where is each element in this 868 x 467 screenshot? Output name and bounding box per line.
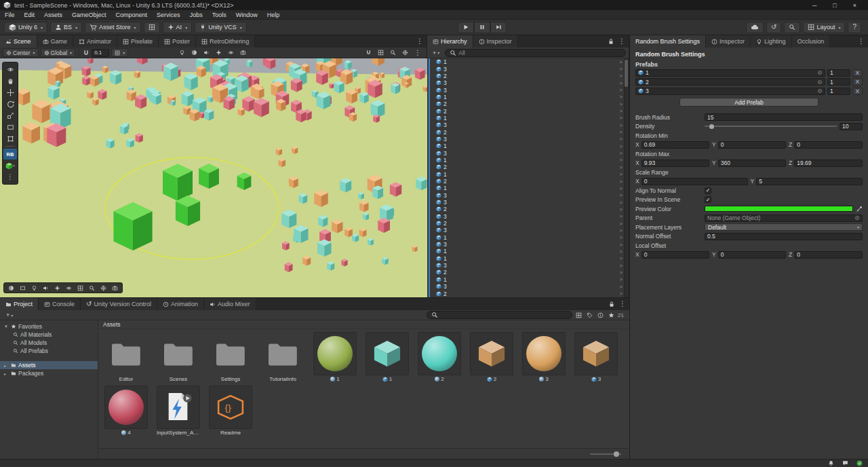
prefab-open-arrow[interactable]: > — [620, 150, 623, 156]
tab-inspector[interactable]: Inspector — [706, 35, 751, 48]
hierarchy-row[interactable]: 3> — [430, 149, 629, 156]
favorite-item-all-materials[interactable]: All Materials — [0, 331, 98, 339]
tool-handle-rotation-dropdown[interactable]: Global▾ — [41, 48, 76, 57]
object-picker-icon[interactable] — [817, 88, 823, 94]
prefab-open-arrow[interactable]: > — [620, 213, 623, 219]
thumbnail-size-handle[interactable] — [614, 451, 619, 457]
minimize-button[interactable]: ─ — [804, 2, 825, 9]
favorite-search-icon[interactable] — [608, 312, 614, 318]
scene-kebab-icon[interactable]: ⋮ — [416, 38, 423, 45]
camera-settings-icon[interactable] — [240, 50, 246, 56]
rotation-max-z-input[interactable]: 19.69 — [794, 160, 863, 167]
hierarchy-row[interactable]: 1> — [430, 171, 629, 178]
window-grid-button[interactable] — [144, 22, 160, 33]
scale-range-x-input[interactable]: 0 — [642, 178, 748, 185]
prefab-object-field[interactable]: 3 — [635, 88, 825, 95]
menu-services[interactable]: Services — [152, 12, 185, 18]
tab-occlusion[interactable]: Occlusion — [792, 35, 831, 48]
favorite-item-all-prefabs[interactable]: All Prefabs — [0, 347, 98, 355]
hierarchy-row[interactable]: 3> — [430, 136, 629, 143]
prefab-object-field[interactable]: 2 — [635, 78, 825, 86]
hierarchy-row[interactable]: 1> — [430, 58, 629, 65]
scene-more-icon[interactable]: ⋮ — [414, 50, 421, 56]
hierarchy-row[interactable]: 3> — [430, 227, 629, 234]
project-search-field[interactable] — [427, 311, 572, 319]
gizmos-toggle-icon[interactable] — [100, 285, 106, 291]
skybox-toggle-icon[interactable] — [191, 50, 197, 56]
tab-retrodithering[interactable]: RetroDithering — [196, 35, 255, 48]
unity-vcs-button[interactable]: Unity VCS▾ — [195, 22, 247, 33]
prefab-open-arrow[interactable]: > — [620, 73, 623, 79]
more-tools[interactable]: ⋮ — [3, 172, 17, 183]
rotation-min-z-input[interactable]: 0 — [794, 141, 863, 149]
hierarchy-row[interactable]: 2> — [430, 107, 629, 114]
snap-toggle-icon[interactable] — [83, 50, 90, 56]
prefab-open-arrow[interactable]: > — [620, 242, 623, 248]
menu-assets[interactable]: Assets — [39, 12, 67, 18]
menu-edit[interactable]: Edit — [20, 12, 40, 18]
hierarchy-row[interactable]: 1> — [430, 248, 629, 255]
project-kebab-icon[interactable]: ⋮ — [619, 301, 626, 307]
object-picker-icon[interactable] — [817, 70, 823, 75]
scene-lighting-icon[interactable] — [179, 50, 185, 56]
add-prefab-button[interactable]: Add Prefab — [679, 98, 818, 107]
rotation-max-y-input[interactable]: 360 — [718, 160, 786, 167]
density-slider-handle[interactable] — [709, 124, 714, 129]
filter-by-label-icon[interactable] — [587, 312, 593, 318]
hidden-objects-icon[interactable] — [66, 285, 72, 291]
hidden-objects-icon[interactable] — [228, 50, 234, 56]
hierarchy-row[interactable]: 2> — [430, 100, 629, 107]
layout-dropdown[interactable]: Layout▾ — [803, 22, 845, 33]
cloud-button[interactable] — [746, 22, 764, 33]
hierarchy-row[interactable]: 1> — [430, 143, 629, 149]
hierarchy-row[interactable]: 3> — [430, 241, 629, 248]
prefab-weight-input[interactable]: 1 — [827, 78, 850, 86]
root-assets[interactable]: ▸Assets — [0, 361, 98, 369]
local-offset-y-input[interactable]: 0 — [718, 251, 786, 259]
prefab-open-arrow[interactable]: > — [620, 221, 623, 227]
project-item-material-2[interactable]: 2 — [418, 333, 461, 382]
prefab-open-arrow[interactable]: > — [620, 248, 623, 255]
project-item-material-4[interactable]: 4 — [104, 386, 148, 436]
prefab-open-arrow[interactable]: > — [620, 87, 623, 93]
prefab-open-arrow[interactable]: > — [620, 129, 623, 135]
breadcrumb[interactable]: Assets — [98, 320, 629, 329]
prefab-open-arrow[interactable]: > — [620, 200, 623, 206]
scale-tool[interactable] — [3, 110, 17, 121]
placement-layers-dropdown[interactable]: Default ▾ — [705, 223, 863, 231]
menu-gameobject[interactable]: GameObject — [67, 12, 111, 18]
hierarchy-row[interactable]: 3> — [430, 79, 629, 86]
prefab-open-arrow[interactable]: > — [620, 108, 623, 114]
favorites-header[interactable]: ▼Favorites — [0, 322, 98, 331]
prefab-open-arrow[interactable]: > — [620, 255, 623, 261]
prefab-open-arrow[interactable]: > — [620, 192, 623, 198]
hierarchy-row[interactable]: 3> — [430, 192, 629, 199]
scale-range-y-input[interactable]: 5 — [756, 178, 863, 185]
tab-scene[interactable]: Scene — [0, 35, 37, 48]
hierarchy-row[interactable]: 3> — [430, 262, 629, 269]
camera-preview-icon[interactable] — [112, 285, 118, 291]
move-tool[interactable] — [3, 87, 17, 98]
local-offset-x-input[interactable]: 0 — [642, 251, 709, 259]
prefab-open-arrow[interactable]: > — [620, 59, 623, 65]
rotate-tool[interactable] — [3, 98, 17, 109]
undo-history-button[interactable]: ↺ — [766, 22, 781, 33]
account-button[interactable]: BS▾ — [50, 22, 82, 33]
prefab-open-arrow[interactable]: > — [620, 263, 623, 269]
remove-prefab-button[interactable]: X — [852, 78, 863, 86]
tab-project[interactable]: Project — [0, 298, 39, 310]
help-button[interactable]: ? — [848, 22, 861, 33]
asset-store-button[interactable]: Asset Store▾ — [85, 22, 141, 33]
hierarchy-row[interactable]: 3> — [430, 199, 629, 206]
tab-lighting[interactable]: Lighting — [751, 35, 792, 48]
parent-object-field[interactable]: None (Game Object) — [705, 214, 863, 222]
background-tasks-icon[interactable] — [856, 460, 863, 466]
effects-dropdown-icon[interactable] — [216, 50, 222, 56]
close-button[interactable]: × — [845, 2, 865, 9]
scrollbar-thumb[interactable] — [625, 60, 628, 87]
menu-window[interactable]: Window — [231, 12, 262, 18]
hierarchy-row[interactable]: 2> — [430, 220, 629, 227]
prefab-open-arrow[interactable]: > — [620, 171, 623, 177]
prefab-object-field[interactable]: 1 — [635, 69, 825, 77]
tool-handle-position-dropdown[interactable]: Center▾ — [3, 48, 39, 57]
